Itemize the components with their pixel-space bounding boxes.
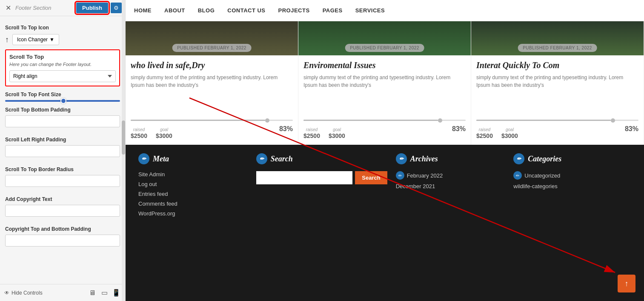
card-2-progress-area: raised $2500 goal $3000 83% [298, 120, 471, 145]
copyright-top-bottom-padding-label: Copyright Top and Bottom Padding [5, 226, 120, 232]
nav-item-contact[interactable]: CONTACT US [227, 7, 265, 14]
tablet-icon[interactable]: ▭ [100, 288, 109, 298]
scroll-top-bottom-padding-input[interactable] [5, 115, 120, 127]
card-3: PUBLISHED FEBRUARY 1, 2022 Interat Quick… [471, 21, 644, 145]
device-icons: 🖥 ▭ 📱 [88, 288, 121, 298]
hide-controls-button[interactable]: 👁 Hide Controls [4, 290, 43, 296]
nav-item-pages[interactable]: PAGES [323, 7, 343, 14]
footer-archives-col: ✏ Archives ✏ February 2022 December 2021 [396, 153, 514, 292]
card-3-date: PUBLISHED FEBRUARY 1, 2022 [518, 44, 597, 52]
meta-edit-icon[interactable]: ✏ [138, 153, 149, 164]
card-2-body: Enviromental Issues simply dummy text of… [298, 55, 471, 120]
font-size-slider-track [5, 100, 120, 102]
scroll-to-top-button[interactable]: ↑ [618, 275, 635, 292]
nav-item-home[interactable]: HOME [134, 7, 152, 14]
card-2-date: PUBLISHED FEBRUARY 1, 2022 [345, 44, 424, 52]
card-1-raised: raised $2500 [131, 127, 147, 140]
add-copyright-text-label: Add Copyright Text [5, 196, 120, 202]
footer-log-out-link[interactable]: Log out [138, 181, 248, 187]
card-1-text: simply dummy text of the printing and ty… [131, 74, 293, 89]
card-2-image: PUBLISHED FEBRUARY 1, 2022 [298, 21, 471, 55]
card-1-stats: raised $2500 goal $3000 83% [131, 125, 293, 140]
cards-section: PUBLISHED FEBRUARY 1, 2022 who lived in … [126, 21, 644, 145]
footer-comments-feed-link[interactable]: Comments feed [138, 201, 248, 207]
footer-category-wildlife-text[interactable]: wildlife-categories [513, 183, 557, 189]
categories-edit-icon[interactable]: ✏ [513, 153, 524, 164]
card-2-title: Enviromental Issues [303, 60, 466, 70]
scroll-to-top-border-radius-label: Scroll To Top Border Radius [5, 166, 120, 172]
scroll-thumb[interactable] [122, 120, 125, 155]
main-content: HOME ABOUT BLOG CONTACT US PROJECTS PAGE… [126, 0, 644, 301]
card-1-progress-track [131, 120, 293, 121]
add-copyright-text-input[interactable] [5, 205, 120, 217]
card-2-progress-dot [438, 118, 442, 123]
gear-button[interactable]: ⚙ [111, 3, 122, 13]
card-1-body: who lived in safe,Dry simply dummy text … [126, 55, 298, 120]
archive-feb-dot: ✏ [396, 171, 404, 180]
card-3-raised: raised $2500 [476, 127, 493, 140]
card-3-title: Interat Quickly To Com [476, 60, 638, 70]
search-edit-icon[interactable]: ✏ [256, 153, 267, 164]
arrow-up-icon: ↑ [5, 35, 9, 44]
mobile-icon[interactable]: 📱 [112, 288, 121, 298]
scroll-top-bottom-padding-label: Scroll Top Bottom Padding [5, 107, 120, 113]
icon-changer-label: Icon Changer [17, 37, 48, 43]
footer-archive-dec2021-text[interactable]: December 2021 [396, 183, 435, 189]
card-3-progress-area: raised $2500 goal $3000 83% [471, 120, 644, 145]
footer-categories-col: ✏ Categories ✏ Uncategorized wildlife-ca… [513, 153, 631, 292]
card-1-progress-dot [265, 118, 269, 123]
nav-item-services[interactable]: SERVICES [355, 7, 385, 14]
card-1-image: PUBLISHED FEBRUARY 1, 2022 [126, 21, 298, 55]
scroll-to-top-icon-label: Scroll To Top Icon [5, 25, 120, 31]
search-input[interactable] [256, 171, 353, 184]
scroll-left-right-padding-input[interactable] [5, 145, 120, 157]
card-3-image: PUBLISHED FEBRUARY 1, 2022 [471, 21, 644, 55]
card-1-percent: 83% [279, 125, 293, 133]
copyright-top-bottom-padding-input[interactable] [5, 235, 120, 247]
card-2-progress-track [303, 120, 466, 121]
footer-category-uncategorized: ✏ Uncategorized [513, 171, 623, 180]
card-3-progress-dot [611, 118, 615, 123]
eye-icon: 👁 [4, 290, 9, 296]
card-2: PUBLISHED FEBRUARY 1, 2022 Enviromental … [298, 21, 471, 145]
footer-archives-title: ✏ Archives [396, 153, 505, 164]
top-bar: ✕ Footer Section Publish ⚙ [0, 0, 125, 16]
icon-changer-row: ↑ Icon Changer ▼ [5, 34, 120, 45]
card-1-progress-area: raised $2500 goal $3000 83% [126, 120, 298, 145]
right-align-dropdown[interactable]: Right align Left align Center align [9, 70, 116, 82]
nav-item-blog[interactable]: BLOG [198, 7, 215, 14]
search-input-row: Search [256, 171, 387, 184]
footer-entries-feed-link[interactable]: Entries feed [138, 191, 248, 197]
archives-edit-icon[interactable]: ✏ [396, 153, 407, 164]
publish-button[interactable]: Publish [76, 3, 108, 13]
font-size-slider-thumb[interactable] [60, 98, 66, 104]
card-2-stats: raised $2500 goal $3000 83% [303, 125, 466, 140]
nav-item-projects[interactable]: PROJECTS [278, 7, 310, 14]
scroll-left-right-padding-label: Scroll Left Right Padding [5, 137, 120, 143]
footer-categories-title: ✏ Categories [513, 153, 623, 164]
footer-section: ✏ Meta Site Admin Log out Entries feed C… [126, 145, 644, 301]
card-1-goal: goal $3000 [156, 127, 172, 140]
card-3-progress-track [476, 120, 638, 121]
nav-item-about[interactable]: ABOUT [164, 7, 185, 14]
card-1-title: who lived in safe,Dry [131, 60, 293, 70]
footer-wordpress-link[interactable]: WordPress.org [138, 210, 248, 217]
footer-archive-dec2021: December 2021 [396, 183, 505, 189]
scroll-to-top-border-radius-input[interactable] [5, 175, 120, 187]
card-2-percent: 83% [452, 125, 466, 133]
footer-meta-title: ✏ Meta [138, 153, 248, 164]
footer-archive-feb2022: ✏ February 2022 [396, 171, 505, 180]
footer-category-wildlife: wildlife-categories [513, 183, 623, 189]
scroll-to-top-font-size-label: Scroll To Top Font Size [5, 92, 120, 97]
card-3-progress-fill [476, 120, 611, 121]
card-1-progress-fill [131, 120, 265, 121]
scrollbar[interactable] [122, 0, 125, 301]
footer-category-uncategorized-text[interactable]: Uncategorized [524, 172, 560, 179]
close-button[interactable]: ✕ [3, 3, 13, 13]
search-button[interactable]: Search [355, 171, 387, 184]
icon-changer-button[interactable]: Icon Changer ▼ [12, 34, 59, 45]
scroll-to-top-desc: Here you can change the Footer layout. [9, 62, 116, 67]
footer-site-admin-link[interactable]: Site Admin [138, 171, 248, 178]
desktop-icon[interactable]: 🖥 [88, 288, 97, 298]
footer-archive-feb2022-text[interactable]: February 2022 [407, 172, 443, 179]
